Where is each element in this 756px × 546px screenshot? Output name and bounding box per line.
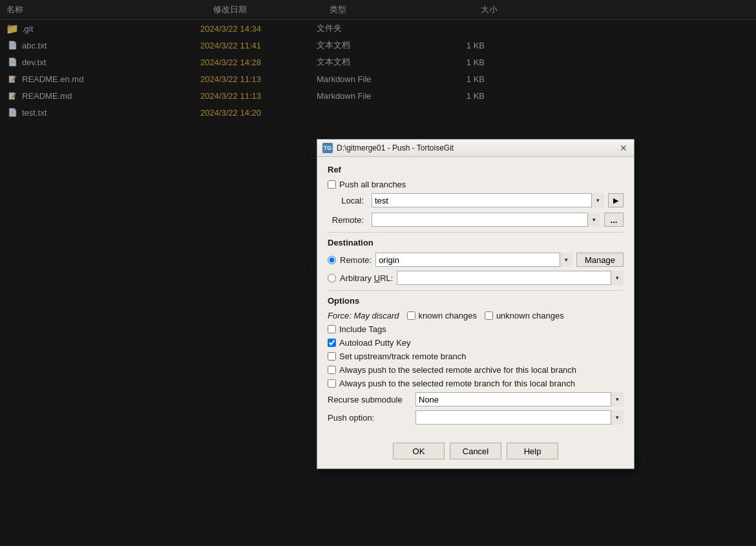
dialog-buttons: OK Cancel Help: [317, 436, 634, 468]
unknown-changes-group: unknown changes: [485, 311, 564, 320]
arbitrary-url-select-wrapper: ▾: [397, 271, 624, 285]
arbitrary-url-label: Arbitrary URL:: [340, 273, 393, 283]
help-button[interactable]: Help: [507, 443, 558, 459]
push-all-branches-row: Push all branches: [328, 180, 624, 189]
always-push-branch-row: Always push to the selected remote branc…: [328, 379, 624, 388]
recurse-select[interactable]: None Check On-demand Yes: [415, 392, 624, 406]
force-label: Force: May discard: [328, 311, 399, 320]
autoload-putty-label: Autoload Putty Key: [339, 338, 411, 348]
dialog-overlay: TG D:\gitmerge01 - Push - TortoiseGit ✕ …: [0, 0, 756, 546]
remote-ref-row: Remote: ▾ ...: [328, 213, 624, 227]
remote-dest-label: Remote:: [340, 255, 372, 265]
local-arrow-button[interactable]: ▶: [608, 193, 624, 207]
arbitrary-url-radio[interactable]: [328, 274, 336, 282]
remote-ref-select-wrapper: ▾: [372, 213, 600, 227]
dialog-title: D:\gitmerge01 - Push - TortoiseGit: [337, 143, 614, 152]
tortoisegit-icon: TG: [322, 143, 333, 153]
recurse-row: Recurse submodule None Check On-demand Y…: [328, 392, 624, 406]
options-section-label: Options: [328, 296, 624, 306]
close-button[interactable]: ✕: [618, 143, 629, 153]
remote-ref-dots-button[interactable]: ...: [604, 213, 624, 227]
remote-dest-select-wrapper: origin ▾: [375, 253, 572, 267]
dialog-body: Ref Push all branches Local: test ▾ ▶ Re…: [317, 157, 634, 436]
always-push-archive-checkbox[interactable]: [328, 366, 336, 374]
set-upstream-label: Set upstream/track remote branch: [339, 352, 467, 361]
known-changes-label: known changes: [419, 311, 477, 320]
include-tags-row: Include Tags: [328, 324, 624, 334]
remote-dest-select[interactable]: origin: [375, 253, 572, 267]
remote-ref-label: Remote:: [328, 215, 368, 225]
arbitrary-url-row: Arbitrary URL: ▾: [328, 271, 624, 285]
always-push-branch-label: Always push to the selected remote branc…: [339, 379, 575, 388]
divider-1: [328, 232, 624, 233]
always-push-branch-checkbox[interactable]: [328, 379, 336, 388]
autoload-putty-checkbox[interactable]: [328, 339, 336, 347]
remote-dest-radio[interactable]: [328, 256, 336, 264]
known-changes-group: known changes: [407, 311, 477, 320]
unknown-changes-checkbox[interactable]: [485, 311, 493, 320]
set-upstream-checkbox[interactable]: [328, 352, 336, 361]
ok-button[interactable]: OK: [393, 443, 445, 459]
ref-section-label: Ref: [328, 165, 624, 174]
push-dialog: TG D:\gitmerge01 - Push - TortoiseGit ✕ …: [317, 139, 635, 469]
recurse-select-wrapper: None Check On-demand Yes ▾: [415, 392, 624, 406]
dialog-title-bar: TG D:\gitmerge01 - Push - TortoiseGit ✕: [317, 140, 634, 157]
local-select[interactable]: test: [372, 193, 604, 207]
arbitrary-url-select[interactable]: [397, 271, 624, 285]
remote-dest-row: Remote: origin ▾ Manage: [328, 253, 624, 267]
recurse-label: Recurse submodule: [328, 395, 412, 404]
manage-button[interactable]: Manage: [576, 253, 624, 267]
force-row: Force: May discard known changes unknown…: [328, 311, 624, 320]
destination-section-label: Destination: [328, 238, 624, 247]
local-row: Local: test ▾ ▶: [328, 193, 624, 207]
include-tags-checkbox[interactable]: [328, 325, 336, 333]
local-label: Local:: [328, 196, 368, 205]
push-option-label: Push option:: [328, 413, 412, 423]
cancel-button[interactable]: Cancel: [450, 443, 501, 459]
push-option-select-wrapper: ▾: [415, 410, 624, 425]
include-tags-label: Include Tags: [339, 324, 386, 334]
push-all-branches-label: Push all branches: [339, 180, 406, 189]
push-option-select[interactable]: [415, 410, 624, 425]
always-push-archive-row: Always push to the selected remote archi…: [328, 365, 624, 375]
divider-2: [328, 290, 624, 291]
remote-ref-select[interactable]: [372, 213, 600, 227]
known-changes-checkbox[interactable]: [407, 311, 415, 320]
set-upstream-row: Set upstream/track remote branch: [328, 352, 624, 361]
local-select-wrapper: test ▾: [372, 193, 604, 207]
always-push-archive-label: Always push to the selected remote archi…: [339, 365, 576, 375]
push-option-row: Push option: ▾: [328, 410, 624, 425]
push-all-branches-checkbox[interactable]: [328, 180, 336, 189]
autoload-putty-row: Autoload Putty Key: [328, 338, 624, 348]
unknown-changes-label: unknown changes: [496, 311, 564, 320]
